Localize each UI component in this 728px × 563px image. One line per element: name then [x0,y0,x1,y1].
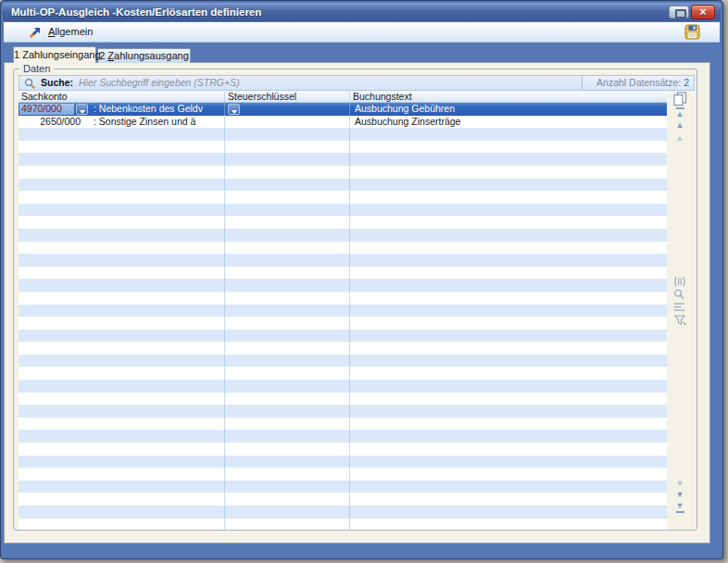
table-row-empty[interactable] [19,204,667,217]
table-row-empty[interactable] [19,355,667,368]
sachkonto-cell[interactable] [19,166,225,179]
move-up-button[interactable]: ▲ [672,121,687,130]
table-row-empty[interactable] [19,519,667,530]
sachkonto-cell[interactable] [19,292,225,305]
steuerschluessel-cell[interactable] [225,292,350,305]
buchungstext-cell[interactable] [350,393,667,406]
page-down-button[interactable]: ▼ [672,480,687,488]
sachkonto-cell[interactable] [19,481,225,494]
save-button[interactable] [684,24,700,40]
buchungstext-cell[interactable] [350,279,667,292]
buchungstext-cell[interactable] [350,330,667,343]
sachkonto-cell[interactable] [19,393,225,406]
sachkonto-cell[interactable] [19,430,225,443]
buchungstext-cell[interactable] [350,216,667,229]
steuerschluessel-cell[interactable] [225,506,350,519]
buchungstext-cell[interactable] [350,367,667,380]
table-row-empty[interactable] [19,128,667,141]
steuerschluessel-cell[interactable] [225,116,350,129]
steuerschluessel-cell[interactable] [225,317,350,330]
buchungstext-cell[interactable] [350,204,667,217]
column-header-steuerschluessel[interactable]: Steuerschlüssel [225,92,350,102]
sachkonto-cell[interactable] [19,216,225,229]
table-row-empty[interactable] [19,267,667,280]
steuerschluessel-cell[interactable] [225,141,350,154]
table-row-empty[interactable] [19,380,667,393]
titlebar[interactable]: Multi-OP-Ausgleich -Kosten/Erlösarten de… [3,3,721,21]
buchungstext-cell[interactable] [350,317,667,330]
steuerschluessel-cell[interactable] [225,393,350,406]
sachkonto-cell[interactable] [19,380,225,393]
buchungstext-cell[interactable] [350,430,667,443]
sachkonto-cell[interactable] [19,153,225,166]
buchungstext-cell[interactable] [350,468,667,481]
account-combo-editor[interactable]: 4970/000 [19,104,74,115]
maximize-button[interactable] [669,6,689,19]
buchungstext-cell[interactable] [350,305,667,318]
sachkonto-cell[interactable]: 4970/000: Nebenkosten des Geldv [19,103,225,116]
sachkonto-cell[interactable] [19,418,225,431]
steuerschluessel-cell[interactable] [225,191,350,204]
table-row-empty[interactable] [19,179,667,192]
buchungstext-cell[interactable] [350,153,667,166]
buchungstext-cell[interactable] [350,292,667,305]
sachkonto-cell[interactable] [19,279,225,292]
table-row-empty[interactable] [19,443,667,456]
sachkonto-cell[interactable] [19,242,225,255]
buchungstext-cell[interactable] [350,355,667,368]
table-row-empty[interactable] [19,393,667,406]
page-up-button[interactable]: ▲ [672,134,687,143]
table-row-empty[interactable] [19,166,667,179]
table-row-empty[interactable] [19,141,667,154]
table-row-empty[interactable] [19,418,667,431]
sachkonto-cell[interactable] [19,493,225,506]
buchungstext-cell[interactable] [350,456,667,469]
buchungstext-cell[interactable] [350,405,667,418]
sachkonto-cell[interactable] [19,367,225,380]
steuerschluessel-cell[interactable] [225,380,350,393]
sachkonto-cell[interactable] [19,305,225,318]
steuerschluessel-cell[interactable] [225,128,350,141]
buchungstext-cell[interactable]: Ausbuchung Zinserträge [350,116,667,129]
table-row-empty[interactable] [19,430,667,443]
table-row-empty[interactable] [19,330,667,343]
steuerschluessel-cell[interactable] [225,267,350,280]
steuerschluessel-cell[interactable] [225,355,350,368]
buchungstext-cell[interactable] [350,166,667,179]
steuerschluessel-cell[interactable] [225,519,350,530]
steuerschluessel-cell[interactable] [225,493,350,506]
column-header-buchungstext[interactable]: Buchungstext [350,92,667,102]
sachkonto-cell[interactable] [19,317,225,330]
buchungstext-cell[interactable] [350,342,667,355]
table-row-empty[interactable] [19,481,667,494]
table-row-empty[interactable] [19,506,667,519]
buchungstext-cell[interactable] [350,179,667,192]
buchungstext-cell[interactable] [350,506,667,519]
table-row-empty[interactable] [19,292,667,305]
search-bar[interactable]: Suche: Hier Suchbegriff eingeben (STRG+S… [19,75,695,91]
buchungstext-cell[interactable] [350,242,667,255]
buchungstext-cell[interactable] [350,254,667,267]
table-row-empty[interactable] [19,254,667,267]
buchungstext-cell[interactable] [350,380,667,393]
buchungstext-cell[interactable] [350,481,667,494]
table-row-empty[interactable] [19,216,667,229]
sachkonto-cell[interactable] [19,179,225,192]
table-row[interactable]: 4970/000: Nebenkosten des GeldvAusbuchun… [19,103,667,116]
sachkonto-cell[interactable] [19,141,225,154]
table-row-empty[interactable] [19,305,667,318]
account-dropdown-button[interactable] [76,104,88,115]
table-row-empty[interactable] [19,317,667,330]
sachkonto-cell[interactable] [19,468,225,481]
table-row-empty[interactable] [19,456,667,469]
sachkonto-cell[interactable] [19,443,225,456]
steuerschluessel-cell[interactable] [225,430,350,443]
buchungstext-cell[interactable] [350,229,667,242]
buchungstext-cell[interactable] [350,267,667,280]
filter-icon[interactable] [672,314,687,326]
steuerschluessel-cell[interactable] [225,456,350,469]
steuerschluessel-cell[interactable] [225,481,350,494]
steuerschluessel-cell[interactable] [225,468,350,481]
move-down-button[interactable]: ▼ [672,491,687,499]
steuerschluessel-cell[interactable] [225,103,350,116]
